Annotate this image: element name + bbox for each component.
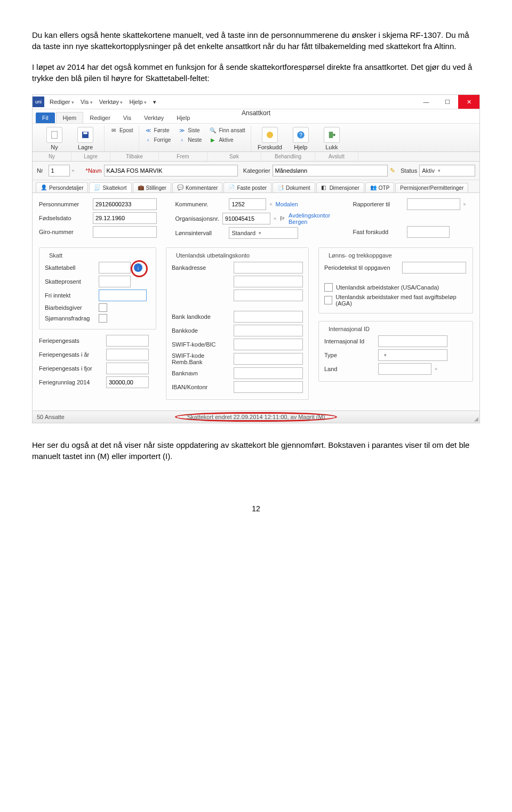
ribbon-ny[interactable]: Ny [41,126,68,151]
menu-hjelp[interactable]: Hjelp ▾ [129,99,147,105]
banklandkode-input[interactable] [234,311,303,323]
kommune-lookup-icon[interactable]: » [269,202,272,207]
ribbon-epost[interactable]: ✉Epost [110,126,133,134]
exit-icon [324,127,340,143]
skatteprosent-input[interactable] [99,276,131,287]
fastforskudd-input[interactable] [407,226,450,238]
ribbon-tab-fil[interactable]: Fil [36,112,55,123]
tab-permisjoner[interactable]: Permisjoner/Permitteringer [395,183,468,192]
ribbon-neste[interactable]: ›Neste [178,135,202,144]
window-minimize[interactable]: — [415,95,437,109]
swiftremb-input[interactable] [234,353,303,365]
rapp-lookup-icon[interactable]: » [463,202,466,207]
ribbon-forskudd[interactable]: Forskudd [257,126,283,151]
ribbon-forste[interactable]: ≪Første [145,126,171,134]
rapp-input[interactable] [407,198,460,210]
personnr-input[interactable] [93,198,157,210]
bankadresse-input-2[interactable] [234,276,303,287]
ribbon-tab-vis[interactable]: Vis [117,112,138,123]
iban-label: IBAN/Kontonr [172,384,230,390]
lonnint-label: Lønnsintervall [175,230,226,236]
banknavn-input[interactable] [234,367,303,379]
svg-rect-2 [83,132,87,134]
fg2014-input[interactable] [106,376,149,388]
intid-input[interactable] [378,335,447,347]
menu-overflow[interactable]: ▾ [153,99,156,106]
bankkode-input[interactable] [234,325,303,336]
swift-input[interactable] [234,339,303,350]
utl-usa-checkbox[interactable] [324,283,333,292]
biarbeidsgiver-checkbox[interactable] [99,303,107,312]
bankadresse-input-3[interactable] [234,290,303,301]
ribbon-group-labels: Ny Lagre Tilbake Frem Søk Behandling Avs… [33,152,479,162]
search-icon: 🔍 [209,126,217,134]
ribbon-tab-verktoy[interactable]: Verktøy [138,112,170,123]
tab-dimensjoner[interactable]: ◧Dimensjoner [316,182,364,192]
page-number: 12 [32,504,480,513]
friinntekt-input[interactable] [99,290,147,301]
ribbon-forrige[interactable]: ‹Forrige [145,135,171,144]
kommune-input[interactable] [229,198,266,210]
nr-input[interactable] [49,165,70,176]
friinntekt-label: Fri inntekt [45,292,95,299]
utl-aga-label: Utenlandsk arbeidstaker med fast avgifts… [335,294,467,307]
rapp-label: Rapporterer til [353,201,404,207]
menu-vis[interactable]: Vis ▾ [81,99,93,105]
window-maximize[interactable]: ☐ [437,95,458,109]
fdato-label: Fødselsdato [39,215,90,221]
menu-rediger[interactable]: Rediger ▾ [50,99,74,105]
navn-input[interactable] [104,165,238,176]
nr-lookup-icon[interactable]: » [72,168,75,173]
ribbon-siste[interactable]: ≫Siste [178,126,202,134]
org-input[interactable] [222,213,270,224]
land-lookup-icon[interactable]: » [435,366,437,372]
intid-group: Internasjonal ID Internasjonal Id Type▾ … [318,321,473,382]
ribbon-finn[interactable]: 🔍Finn ansatt [209,126,245,134]
tab-dokument[interactable]: 📑Dokument [273,182,315,192]
tab-persondetaljer[interactable]: 👤Persondetaljer [36,182,88,192]
swift-label: SWIFT-kode/BIC [172,341,230,348]
ribbon-tab-hjem[interactable]: Hjem [56,112,84,123]
status-select[interactable]: Aktiv▾ [419,165,475,176]
tab-kommentarer[interactable]: 💬Kommentarer [172,182,223,192]
resize-grip-icon[interactable]: ◢ [474,416,478,422]
fpiaar-input[interactable] [106,349,149,360]
lonnint-select[interactable]: Standard▾ [229,227,298,239]
skattetabell-input[interactable] [99,262,131,274]
giro-input[interactable] [93,226,157,238]
sjomannsfradrag-checkbox[interactable] [99,314,107,323]
window-close[interactable]: ✕ [458,95,479,109]
tab-stillinger[interactable]: 💼Stillinger [133,182,171,192]
fpsats-label: Feriepengesats [39,337,103,344]
tab-faste-poster[interactable]: 📄Faste poster [223,182,271,192]
type-select[interactable]: ▾ [378,349,447,361]
fetch-taxcard-button[interactable]: ↓ [134,263,142,272]
org-lookup-icon[interactable]: » [274,216,276,221]
ribbon-lukk[interactable]: Lukk [318,126,345,151]
bankkode-label: Bankkode [172,327,230,334]
ribbon-hjelp[interactable]: ? Hjelp [287,126,314,151]
periodetekst-input[interactable] [402,262,466,274]
utl-aga-checkbox[interactable] [324,296,332,304]
ribbon-lagre[interactable]: Lagre [72,126,99,151]
record-tabs: 👤Persondetaljer 🧾Skattekort 💼Stillinger … [33,180,479,193]
person-icon: 👤 [41,184,47,191]
kategorier-label: Kategorier [243,167,270,174]
ribbon-aktive[interactable]: ▶Aktive [209,135,245,144]
otp-icon: 👥 [370,184,377,191]
land-input[interactable] [378,363,431,375]
tab-skattekort[interactable]: 🧾Skattekort [89,182,131,192]
iban-input[interactable] [234,381,303,393]
giro-label: Giro-nummer [39,229,90,235]
ribbon-tab-hjelp[interactable]: Hjelp [170,112,196,123]
edit-icon[interactable]: ✎ [390,167,395,174]
fpsats-input[interactable] [106,335,149,347]
fpifjor-input[interactable] [106,363,149,374]
tab-otp[interactable]: 👥OTP [365,182,395,192]
status-bar: 50 Ansatte Skattekort endret 22.09.2014 … [33,411,479,423]
ribbon-tab-rediger[interactable]: Rediger [83,112,117,123]
fdato-input[interactable] [93,212,157,224]
menu-verktoy[interactable]: Verktøy ▾ [99,99,123,105]
kategorier-input[interactable] [273,165,388,176]
bankadresse-input-1[interactable] [234,262,303,274]
